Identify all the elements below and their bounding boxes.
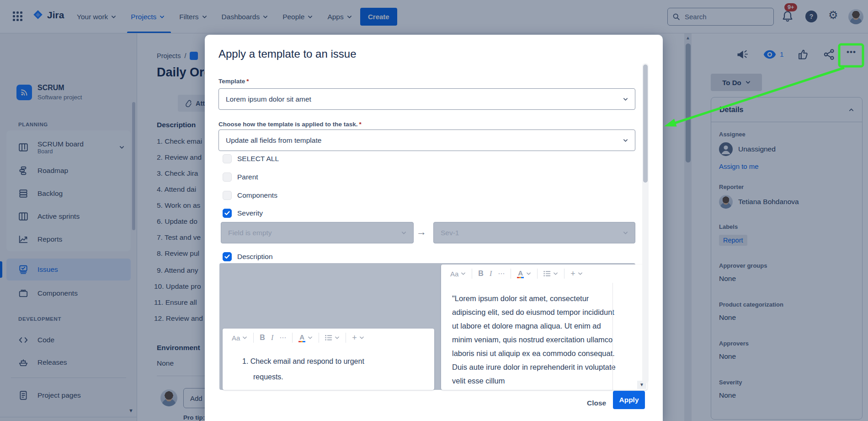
parent-label: Parent [237,173,258,181]
components-label: Components [237,191,277,200]
severity-cbx-label: Severity [237,209,263,217]
current-description-editor[interactable]: Aa B I ⋯ A + 1. Check email and respond … [223,329,434,390]
severity-to-value: Sev-1 [441,229,459,237]
template-description-content: "Lorem ipsum dolor sit amet, consectetur… [441,281,647,389]
description-cbx-label: Description [237,253,273,261]
check-icon [224,211,230,216]
apply-template-modal: Apply a template to an issue Template* L… [205,35,663,421]
select-all-checkbox[interactable] [223,154,232,163]
arrow-right-icon: → [416,226,426,238]
bold-button[interactable]: B [478,270,484,278]
modal-scrollbar-track[interactable] [642,63,649,383]
insert-button[interactable]: + [570,269,583,279]
apply-button[interactable]: Apply [613,391,645,409]
lists-button[interactable] [325,335,340,341]
select-all-label: SELECT ALL [237,155,279,163]
more-formatting-button[interactable]: ⋯ [498,270,505,278]
severity-checkbox[interactable] [223,209,232,218]
insert-button[interactable]: + [352,333,364,343]
modal-scrollbar-thumb[interactable] [643,65,648,183]
parent-checkbox[interactable] [223,173,232,182]
close-button[interactable]: Close [581,394,612,412]
editor-scrollbar-divider [612,283,613,390]
chevron-down-icon [623,231,628,235]
chevron-down-icon [623,97,628,101]
more-formatting-button[interactable]: ⋯ [279,334,286,342]
template-description-editor[interactable]: Aa B I ⋯ A + ▼ "Lorem ipsum dolor sit am… [441,264,647,390]
chevron-down-icon [623,139,628,142]
apply-mode-select-value: Update all fields from template [226,136,321,145]
lists-button[interactable] [543,270,558,277]
current-description-content: 1. Check email and respond to urgent req… [223,345,405,385]
required-asterisk: * [246,78,249,85]
modal-title: Apply a template to an issue [218,48,357,60]
description-checkbox[interactable] [223,252,232,261]
italic-button[interactable]: I [271,334,273,342]
jira-page: Jira Your work Projects Filters Dashboar… [0,0,868,421]
text-color-button[interactable]: A [517,270,531,278]
text-color-button[interactable]: A [298,334,313,342]
components-checkbox[interactable] [223,191,232,200]
check-icon [224,254,230,259]
text-style-button[interactable]: Aa [450,270,466,278]
template-select[interactable]: Lorem ipsum dolor sit amet [218,88,635,110]
editor-toolbar: Aa B I ⋯ A + [223,329,434,345]
severity-from-value: Field is empty [228,229,272,237]
text-style-button[interactable]: Aa [232,334,247,342]
mode-field-label: Choose how the template is applied to th… [218,121,362,128]
template-select-value: Lorem ipsum dolor sit amet [226,95,311,103]
severity-from-select: Field is empty [221,222,414,243]
editor-toolbar: Aa B I ⋯ A + [441,264,647,281]
apply-mode-select[interactable]: Update all fields from template [218,130,635,151]
template-field-label: Template* [218,78,249,85]
severity-to-select: Sev-1 [433,222,635,243]
bold-button[interactable]: B [260,334,265,342]
chevron-down-icon [401,231,406,235]
italic-button[interactable]: I [490,270,492,278]
